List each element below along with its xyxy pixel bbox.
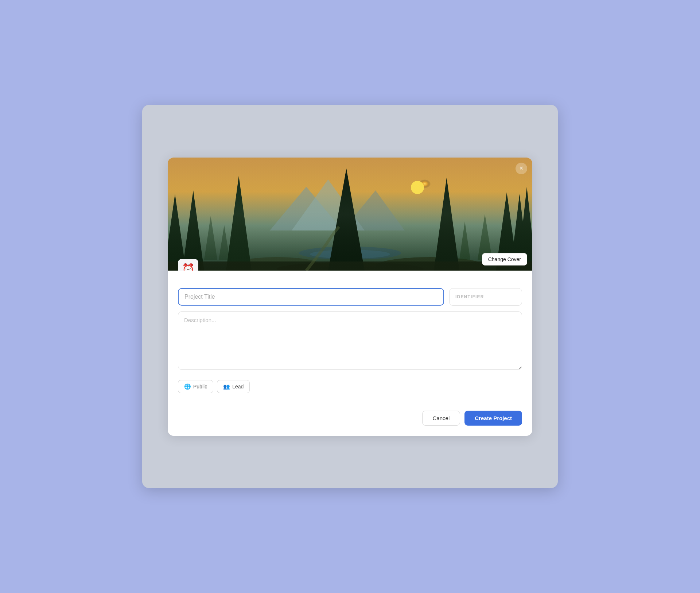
public-tag-button[interactable]: 🌐 Public (178, 380, 213, 393)
public-label: Public (193, 384, 207, 389)
lead-label: Lead (232, 384, 244, 389)
emoji-display: ⏰ (182, 263, 195, 271)
close-button[interactable]: × (516, 163, 527, 174)
change-cover-button[interactable]: Change Cover (482, 253, 527, 266)
cover-area: × Change Cover ⏰ (168, 158, 532, 271)
change-cover-label: Change Cover (488, 256, 521, 262)
project-identifier-input[interactable] (449, 288, 522, 306)
svg-rect-36 (168, 158, 532, 271)
outer-frame: × Change Cover ⏰ 🌐 (142, 105, 558, 488)
title-identifier-row (178, 288, 522, 306)
project-emoji-icon[interactable]: ⏰ (178, 259, 198, 271)
create-project-button[interactable]: Create Project (464, 411, 522, 426)
close-icon: × (520, 164, 524, 172)
lead-icon: 👥 (223, 383, 230, 390)
modal-body: 🌐 Public 👥 Lead Cancel Create Project (168, 271, 532, 436)
cancel-label: Cancel (433, 415, 450, 421)
footer-row: Cancel Create Project (178, 411, 522, 426)
modal-dialog: × Change Cover ⏰ 🌐 (168, 158, 532, 436)
project-title-input[interactable] (178, 288, 444, 306)
lead-tag-button[interactable]: 👥 Lead (217, 380, 250, 393)
project-description-textarea[interactable] (178, 311, 522, 370)
tags-row: 🌐 Public 👥 Lead (178, 380, 522, 393)
cancel-button[interactable]: Cancel (422, 411, 460, 426)
cover-illustration (168, 158, 532, 271)
cover-image (168, 158, 532, 271)
create-label: Create Project (475, 415, 512, 421)
public-icon: 🌐 (184, 383, 191, 390)
